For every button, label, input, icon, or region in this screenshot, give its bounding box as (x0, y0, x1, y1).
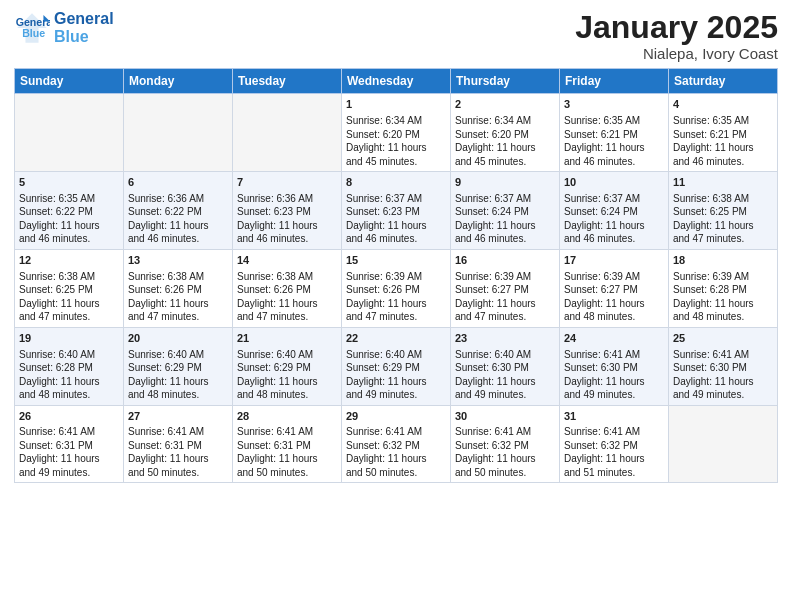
weekday-header: Thursday (451, 69, 560, 94)
calendar-day: 17Sunrise: 6:39 AM Sunset: 6:27 PM Dayli… (560, 249, 669, 327)
calendar: SundayMondayTuesdayWednesdayThursdayFrid… (14, 68, 778, 483)
calendar-day: 2Sunrise: 6:34 AM Sunset: 6:20 PM Daylig… (451, 94, 560, 172)
day-info: Sunrise: 6:38 AM Sunset: 6:25 PM Dayligh… (19, 270, 119, 324)
calendar-week: 1Sunrise: 6:34 AM Sunset: 6:20 PM Daylig… (15, 94, 778, 172)
day-info: Sunrise: 6:36 AM Sunset: 6:23 PM Dayligh… (237, 192, 337, 246)
weekday-header: Saturday (669, 69, 778, 94)
weekday-header: Wednesday (342, 69, 451, 94)
calendar-week: 26Sunrise: 6:41 AM Sunset: 6:31 PM Dayli… (15, 405, 778, 483)
day-number: 9 (455, 175, 555, 190)
calendar-day: 24Sunrise: 6:41 AM Sunset: 6:30 PM Dayli… (560, 327, 669, 405)
day-info: Sunrise: 6:40 AM Sunset: 6:29 PM Dayligh… (237, 348, 337, 402)
calendar-day: 14Sunrise: 6:38 AM Sunset: 6:26 PM Dayli… (233, 249, 342, 327)
day-info: Sunrise: 6:41 AM Sunset: 6:32 PM Dayligh… (564, 425, 664, 479)
calendar-day: 11Sunrise: 6:38 AM Sunset: 6:25 PM Dayli… (669, 172, 778, 250)
day-info: Sunrise: 6:41 AM Sunset: 6:31 PM Dayligh… (19, 425, 119, 479)
logo-line2: Blue (54, 28, 114, 46)
logo: General Blue General Blue (14, 10, 114, 46)
weekday-header: Sunday (15, 69, 124, 94)
calendar-day: 25Sunrise: 6:41 AM Sunset: 6:30 PM Dayli… (669, 327, 778, 405)
day-info: Sunrise: 6:41 AM Sunset: 6:30 PM Dayligh… (673, 348, 773, 402)
weekday-header: Tuesday (233, 69, 342, 94)
day-number: 22 (346, 331, 446, 346)
calendar-day: 18Sunrise: 6:39 AM Sunset: 6:28 PM Dayli… (669, 249, 778, 327)
calendar-day (233, 94, 342, 172)
location: Nialepa, Ivory Coast (575, 45, 778, 62)
day-info: Sunrise: 6:38 AM Sunset: 6:25 PM Dayligh… (673, 192, 773, 246)
day-number: 24 (564, 331, 664, 346)
day-number: 18 (673, 253, 773, 268)
calendar-day: 12Sunrise: 6:38 AM Sunset: 6:25 PM Dayli… (15, 249, 124, 327)
calendar-day: 20Sunrise: 6:40 AM Sunset: 6:29 PM Dayli… (124, 327, 233, 405)
calendar-day (15, 94, 124, 172)
calendar-day: 9Sunrise: 6:37 AM Sunset: 6:24 PM Daylig… (451, 172, 560, 250)
day-info: Sunrise: 6:40 AM Sunset: 6:28 PM Dayligh… (19, 348, 119, 402)
day-info: Sunrise: 6:35 AM Sunset: 6:22 PM Dayligh… (19, 192, 119, 246)
day-number: 8 (346, 175, 446, 190)
calendar-day: 26Sunrise: 6:41 AM Sunset: 6:31 PM Dayli… (15, 405, 124, 483)
day-info: Sunrise: 6:39 AM Sunset: 6:27 PM Dayligh… (564, 270, 664, 324)
calendar-day (669, 405, 778, 483)
day-info: Sunrise: 6:34 AM Sunset: 6:20 PM Dayligh… (346, 114, 446, 168)
day-number: 4 (673, 97, 773, 112)
calendar-day: 16Sunrise: 6:39 AM Sunset: 6:27 PM Dayli… (451, 249, 560, 327)
day-info: Sunrise: 6:39 AM Sunset: 6:26 PM Dayligh… (346, 270, 446, 324)
day-number: 25 (673, 331, 773, 346)
calendar-day: 7Sunrise: 6:36 AM Sunset: 6:23 PM Daylig… (233, 172, 342, 250)
day-info: Sunrise: 6:39 AM Sunset: 6:28 PM Dayligh… (673, 270, 773, 324)
day-number: 2 (455, 97, 555, 112)
calendar-week: 19Sunrise: 6:40 AM Sunset: 6:28 PM Dayli… (15, 327, 778, 405)
calendar-week: 5Sunrise: 6:35 AM Sunset: 6:22 PM Daylig… (15, 172, 778, 250)
day-number: 1 (346, 97, 446, 112)
calendar-day (124, 94, 233, 172)
day-number: 5 (19, 175, 119, 190)
calendar-day: 15Sunrise: 6:39 AM Sunset: 6:26 PM Dayli… (342, 249, 451, 327)
svg-text:Blue: Blue (22, 27, 45, 39)
day-info: Sunrise: 6:35 AM Sunset: 6:21 PM Dayligh… (564, 114, 664, 168)
day-info: Sunrise: 6:37 AM Sunset: 6:24 PM Dayligh… (564, 192, 664, 246)
calendar-day: 10Sunrise: 6:37 AM Sunset: 6:24 PM Dayli… (560, 172, 669, 250)
day-number: 26 (19, 409, 119, 424)
day-number: 12 (19, 253, 119, 268)
day-number: 16 (455, 253, 555, 268)
calendar-day: 27Sunrise: 6:41 AM Sunset: 6:31 PM Dayli… (124, 405, 233, 483)
calendar-day: 19Sunrise: 6:40 AM Sunset: 6:28 PM Dayli… (15, 327, 124, 405)
day-number: 20 (128, 331, 228, 346)
calendar-day: 29Sunrise: 6:41 AM Sunset: 6:32 PM Dayli… (342, 405, 451, 483)
day-number: 27 (128, 409, 228, 424)
day-info: Sunrise: 6:40 AM Sunset: 6:29 PM Dayligh… (128, 348, 228, 402)
day-info: Sunrise: 6:36 AM Sunset: 6:22 PM Dayligh… (128, 192, 228, 246)
weekday-header-row: SundayMondayTuesdayWednesdayThursdayFrid… (15, 69, 778, 94)
day-info: Sunrise: 6:41 AM Sunset: 6:32 PM Dayligh… (455, 425, 555, 479)
day-info: Sunrise: 6:41 AM Sunset: 6:30 PM Dayligh… (564, 348, 664, 402)
day-number: 7 (237, 175, 337, 190)
header: General Blue General Blue January 2025 N… (14, 10, 778, 62)
calendar-day: 5Sunrise: 6:35 AM Sunset: 6:22 PM Daylig… (15, 172, 124, 250)
calendar-day: 30Sunrise: 6:41 AM Sunset: 6:32 PM Dayli… (451, 405, 560, 483)
day-number: 3 (564, 97, 664, 112)
day-info: Sunrise: 6:37 AM Sunset: 6:23 PM Dayligh… (346, 192, 446, 246)
weekday-header: Monday (124, 69, 233, 94)
title-block: January 2025 Nialepa, Ivory Coast (575, 10, 778, 62)
day-info: Sunrise: 6:35 AM Sunset: 6:21 PM Dayligh… (673, 114, 773, 168)
weekday-header: Friday (560, 69, 669, 94)
logo-icon: General Blue (14, 10, 50, 46)
day-number: 6 (128, 175, 228, 190)
day-number: 19 (19, 331, 119, 346)
calendar-day: 23Sunrise: 6:40 AM Sunset: 6:30 PM Dayli… (451, 327, 560, 405)
day-number: 10 (564, 175, 664, 190)
day-number: 13 (128, 253, 228, 268)
calendar-day: 22Sunrise: 6:40 AM Sunset: 6:29 PM Dayli… (342, 327, 451, 405)
day-info: Sunrise: 6:40 AM Sunset: 6:30 PM Dayligh… (455, 348, 555, 402)
day-number: 11 (673, 175, 773, 190)
day-info: Sunrise: 6:38 AM Sunset: 6:26 PM Dayligh… (128, 270, 228, 324)
logo-line1: General (54, 10, 114, 28)
month-title: January 2025 (575, 10, 778, 45)
day-number: 31 (564, 409, 664, 424)
calendar-day: 28Sunrise: 6:41 AM Sunset: 6:31 PM Dayli… (233, 405, 342, 483)
calendar-day: 13Sunrise: 6:38 AM Sunset: 6:26 PM Dayli… (124, 249, 233, 327)
day-info: Sunrise: 6:37 AM Sunset: 6:24 PM Dayligh… (455, 192, 555, 246)
day-info: Sunrise: 6:40 AM Sunset: 6:29 PM Dayligh… (346, 348, 446, 402)
page: General Blue General Blue January 2025 N… (0, 0, 792, 612)
calendar-day: 6Sunrise: 6:36 AM Sunset: 6:22 PM Daylig… (124, 172, 233, 250)
